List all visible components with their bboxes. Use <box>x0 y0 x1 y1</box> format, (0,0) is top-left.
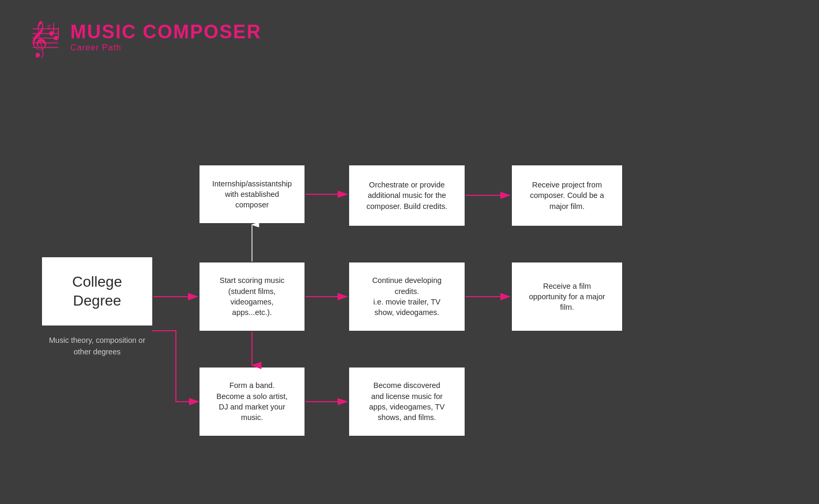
credits-box: Continue developingcredits.i.e. movie tr… <box>349 262 465 331</box>
treble-clef-icon: 𝄞 ♯ <box>21 16 63 58</box>
band-label: Form a band.Become a solo artist,DJ and … <box>216 380 287 423</box>
film-opportunity-label: Receive a filmopportunity for a majorfil… <box>529 281 605 313</box>
orchestrate-label: Orchestrate or provideadditional music f… <box>366 180 447 212</box>
page-title: MUSIC COMPOSER <box>70 21 261 43</box>
internship-box: Internship/assistantshipwith established… <box>200 165 304 223</box>
college-subtitle-text: Music theory, composition or other degre… <box>49 336 145 356</box>
scoring-box: Start scoring music(student films,videog… <box>200 262 304 331</box>
college-degree-label: CollegeDegree <box>72 272 122 311</box>
credits-label: Continue developingcredits.i.e. movie tr… <box>372 275 442 318</box>
career-path-diagram: CollegeDegree Music theory, composition … <box>0 89 819 504</box>
header: 𝄞 ♯ MUSIC COMPOSER Career Path <box>21 16 261 58</box>
page-subtitle: Career Path <box>70 43 261 52</box>
svg-text:♯: ♯ <box>47 23 51 32</box>
college-degree-box: CollegeDegree <box>42 257 152 326</box>
receive-project-box: Receive project fromcomposer. Could be a… <box>512 165 622 226</box>
svg-point-6 <box>49 31 54 36</box>
arrow-college-to-band <box>152 331 198 402</box>
internship-label: Internship/assistantshipwith established… <box>212 178 292 211</box>
header-text: MUSIC COMPOSER Career Path <box>70 21 261 52</box>
discovered-box: Become discoveredand license music forap… <box>349 368 465 436</box>
scoring-label: Start scoring music(student films,videog… <box>219 275 284 318</box>
film-opportunity-box: Receive a filmopportunity for a majorfil… <box>512 262 622 331</box>
svg-point-8 <box>54 36 58 40</box>
band-box: Form a band.Become a solo artist,DJ and … <box>200 368 304 436</box>
discovered-label: Become discoveredand license music forap… <box>369 380 445 423</box>
svg-text:𝄞: 𝄞 <box>29 21 47 58</box>
college-subtitle: Music theory, composition or other degre… <box>42 335 152 358</box>
receive-project-label: Receive project fromcomposer. Could be a… <box>530 180 604 212</box>
orchestrate-box: Orchestrate or provideadditional music f… <box>349 165 465 226</box>
